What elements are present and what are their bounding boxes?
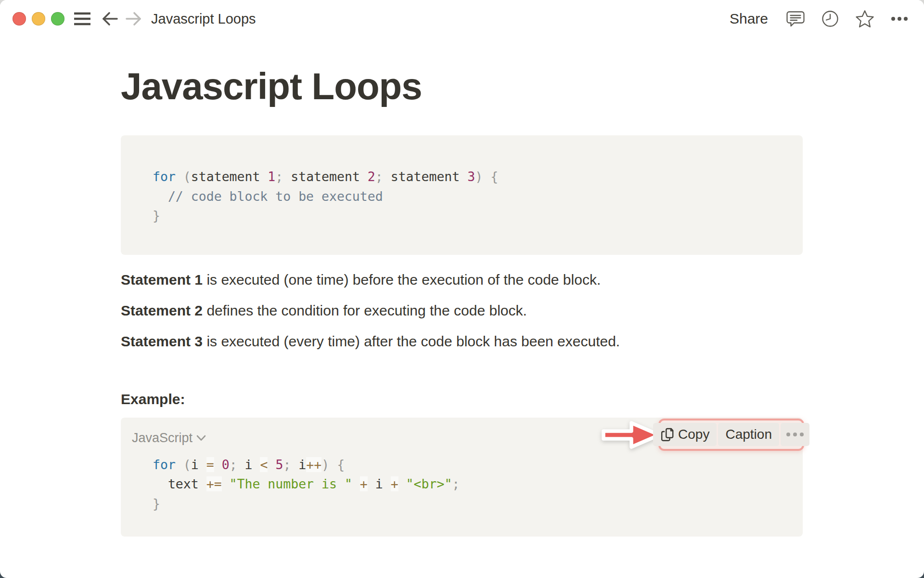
- favorite-button[interactable]: [855, 9, 875, 29]
- topbar-actions: Share: [727, 9, 910, 29]
- code-block-example: JavaScript for (i = 0; i < 5; i++) { tex…: [121, 418, 803, 537]
- window-controls: [13, 12, 64, 26]
- code-editor[interactable]: for (i = 0; i < 5; i++) { text += "The n…: [121, 455, 803, 514]
- code-block-syntax: for (statement 1; statement 2; statement…: [121, 135, 803, 255]
- language-selector[interactable]: JavaScript: [132, 429, 206, 447]
- statement-2-bold: Statement 2: [121, 302, 203, 318]
- history-icon: [821, 10, 839, 28]
- copy-icon: [660, 427, 674, 442]
- comments-button[interactable]: [785, 9, 806, 29]
- more-icon: [786, 433, 804, 436]
- code-toolbar: Copy Caption: [653, 423, 809, 446]
- code-more-button[interactable]: [781, 423, 809, 446]
- topbar-title: Javascript Loops: [151, 11, 256, 27]
- fullscreen-window-button[interactable]: [51, 12, 64, 26]
- statement-1-text: is executed (one time) before the execut…: [203, 272, 601, 288]
- statement-3-bold: Statement 3: [121, 333, 203, 349]
- favorite-icon: [855, 10, 874, 28]
- minimize-window-button[interactable]: [32, 12, 45, 26]
- comments-icon: [786, 10, 805, 27]
- annotation-highlight: Copy Caption: [658, 419, 804, 451]
- forward-icon: [125, 12, 141, 26]
- more-icon: [891, 16, 908, 21]
- history-button[interactable]: [820, 9, 840, 29]
- back-icon: [102, 12, 118, 26]
- page-content: Javascript Loops for (statement 1; state…: [0, 65, 924, 537]
- topbar: Javascript Loops Share: [0, 0, 924, 38]
- share-button[interactable]: Share: [727, 9, 771, 29]
- back-button[interactable]: [100, 9, 120, 29]
- menu-icon: [74, 12, 91, 26]
- page-title[interactable]: Javascript Loops: [121, 65, 803, 108]
- example-heading[interactable]: Example:: [121, 390, 803, 409]
- statement-2-text: defines the condition for executing the …: [203, 302, 527, 318]
- more-button[interactable]: [889, 9, 910, 29]
- caption-button-label: Caption: [725, 427, 772, 442]
- language-label: JavaScript: [132, 431, 192, 446]
- code-editor[interactable]: for (statement 1; statement 2; statement…: [121, 135, 803, 255]
- paragraph-statement-3[interactable]: Statement 3 is executed (every time) aft…: [121, 332, 803, 351]
- body-paragraphs: Statement 1 is executed (one time) befor…: [121, 270, 803, 351]
- copy-button[interactable]: Copy: [653, 423, 717, 446]
- statement-1-bold: Statement 1: [121, 272, 203, 288]
- forward-button[interactable]: [123, 9, 143, 29]
- chevron-down-icon: [196, 435, 206, 441]
- statement-3-text: is executed (every time) after the code …: [203, 333, 620, 349]
- close-window-button[interactable]: [13, 12, 26, 26]
- paragraph-statement-1[interactable]: Statement 1 is executed (one time) befor…: [121, 270, 803, 289]
- app-window: Javascript Loops Share: [0, 0, 924, 578]
- copy-button-label: Copy: [678, 427, 709, 442]
- paragraph-statement-2[interactable]: Statement 2 defines the condition for ex…: [121, 301, 803, 320]
- sidebar-menu-button[interactable]: [72, 9, 92, 29]
- caption-button[interactable]: Caption: [718, 423, 779, 446]
